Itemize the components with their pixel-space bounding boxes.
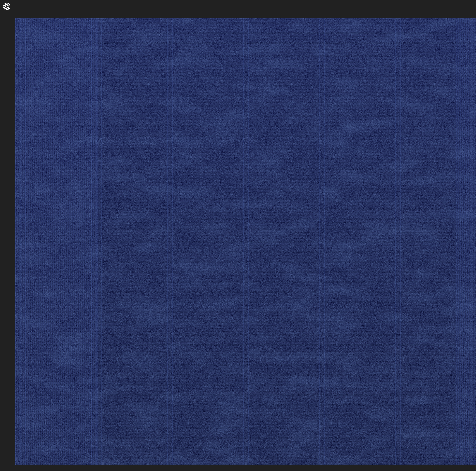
spectrogram-background-texture [15, 18, 476, 465]
y-axis [0, 18, 15, 465]
gfz-logo-icon [3, 2, 11, 10]
plot-area [15, 18, 476, 465]
spectrogram-figure [0, 0, 476, 471]
footer [0, 465, 476, 471]
x-axis [15, 0, 476, 18]
